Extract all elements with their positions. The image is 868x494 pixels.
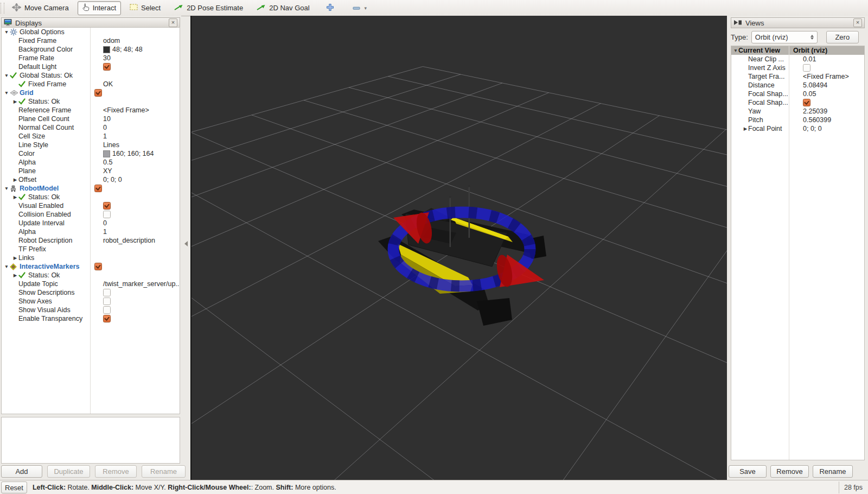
tree-row[interactable]: Target Fra...<Fixed Frame> [731,72,864,81]
twist-arrow-backward[interactable] [494,254,544,288]
checkbox[interactable] [94,185,102,192]
property-value[interactable]: 1 [100,227,180,236]
property-value[interactable]: 160; 160; 164 [100,149,180,158]
property-value[interactable]: 0; 0; 0 [100,175,180,184]
checkbox[interactable] [103,297,111,305]
tree-row[interactable]: Plane Cell Count10 [2,115,180,123]
rename-view-button[interactable]: Rename [813,465,853,478]
property-value[interactable]: 48; 48; 48 [100,45,180,54]
property-value[interactable]: 0 [100,123,180,132]
property-value[interactable] [100,210,180,219]
property-value[interactable] [100,193,180,201]
rename-display-button[interactable]: Rename [142,465,186,478]
tree-row[interactable]: ▼Grid [2,88,180,97]
property-value[interactable]: 0.05 [800,90,864,98]
property-value[interactable] [100,271,180,280]
tool-select[interactable]: Select [125,2,165,14]
tree-row[interactable]: Alpha0.5 [2,158,180,167]
property-value[interactable] [100,314,180,323]
tree-row[interactable]: Background Color48; 48; 48 [2,45,180,54]
remove-display-button[interactable]: Remove [95,465,137,478]
tree-row[interactable]: Focal Shap...0.05 [731,90,864,98]
tool-interact[interactable]: Interact [78,1,121,15]
tree-row[interactable]: TF Prefix [2,245,180,254]
toolbar-drag-handle[interactable] [1,3,4,14]
tree-row[interactable]: Enable Transparency [2,314,180,323]
property-value[interactable] [92,184,180,193]
property-value[interactable] [100,297,180,306]
tree-row[interactable]: PlaneXY [2,167,180,175]
property-value[interactable]: 0.5 [100,158,180,167]
property-value[interactable]: odom [100,36,180,45]
tree-row[interactable]: ▼Global Options [2,28,180,36]
property-value[interactable]: XY [100,167,180,175]
property-value[interactable] [92,71,180,80]
expander-right-icon[interactable]: ▶ [12,193,18,201]
property-value[interactable] [100,97,180,106]
tree-row[interactable]: Update Topic/twist_marker_server/up... [2,280,180,288]
close-icon[interactable]: × [853,18,862,27]
expander-right-icon[interactable]: ▶ [12,254,18,262]
tree-row[interactable]: ▼Current ViewOrbit (rviz) [731,46,864,55]
duplicate-display-button[interactable]: Duplicate [47,465,90,478]
zero-button[interactable]: Zero [826,31,859,43]
tree-row[interactable]: ▶Status: Ok [2,271,180,280]
expander-down-icon[interactable]: ▼ [3,88,10,97]
tree-row[interactable]: ▶Links [2,254,180,262]
property-value[interactable]: 10 [100,115,180,123]
tree-row[interactable]: Focal Shap... [731,98,864,107]
tree-row[interactable]: ▼InteractiveMarkers [2,262,180,271]
expander-right-icon[interactable]: ▶ [12,97,18,106]
property-value[interactable]: 0.01 [800,55,864,64]
tree-row[interactable]: Pitch0.560399 [731,116,864,124]
property-value[interactable] [800,64,864,72]
property-value[interactable] [92,88,180,97]
expander-down-icon[interactable]: ▼ [733,46,738,55]
add-tool-button[interactable] [322,2,339,15]
property-value[interactable] [100,306,180,314]
checkbox[interactable] [803,99,810,106]
checkbox[interactable] [94,89,102,97]
property-value[interactable]: Lines [100,141,180,149]
remove-tool-button[interactable]: ▾ [348,2,372,14]
tree-row[interactable]: Show Visual Aids [2,306,180,314]
property-value[interactable]: OK [100,80,180,88]
expander-down-icon[interactable]: ▼ [3,262,10,271]
tree-row[interactable]: Robot Descriptionrobot_description [2,236,180,245]
property-value[interactable]: <Fixed Frame> [100,106,180,115]
tree-row[interactable]: Visual Enabled [2,201,180,210]
expander-right-icon[interactable]: ▶ [12,175,18,184]
property-value[interactable] [100,254,180,262]
tool-move-camera[interactable]: Move Camera [8,2,73,15]
property-value[interactable]: 0.560399 [800,116,864,124]
property-value[interactable]: robot_description [100,236,180,245]
expander-down-icon[interactable]: ▼ [3,28,10,36]
tree-row[interactable]: ▶Status: Ok [2,193,180,201]
property-value[interactable]: 2.25039 [800,107,864,116]
tree-row[interactable]: Fixed FrameOK [2,80,180,88]
property-value[interactable] [100,288,180,297]
property-value[interactable]: 1 [100,132,180,141]
expander-down-icon[interactable]: ▼ [3,71,10,80]
tree-row[interactable]: ▼RobotModel [2,184,180,193]
close-icon[interactable]: × [169,18,177,27]
tree-row[interactable]: ▼Global Status: Ok [2,71,180,80]
tree-row[interactable]: Invert Z Axis [731,64,864,72]
tree-row[interactable]: Normal Cell Count0 [2,123,180,132]
tool-2d-nav-goal[interactable]: 2D Nav Goal [252,2,314,14]
tree-row[interactable]: Near Clip ...0.01 [731,55,864,64]
tree-row[interactable]: Update Interval0 [2,219,180,227]
tree-row[interactable]: Reference Frame<Fixed Frame> [2,106,180,115]
expander-right-icon[interactable]: ▶ [743,124,748,133]
save-view-button[interactable]: Save [729,465,767,478]
expander-down-icon[interactable]: ▼ [3,184,10,193]
property-value[interactable]: 0 [100,219,180,227]
reset-button[interactable]: Reset [1,482,27,493]
checkbox[interactable] [103,211,111,218]
checkbox[interactable] [103,306,111,314]
expander-right-icon[interactable]: ▶ [12,271,18,280]
tree-row[interactable]: Alpha1 [2,227,180,236]
tree-row[interactable]: Distance5.08494 [731,81,864,90]
property-value[interactable]: <Fixed Frame> [800,72,864,81]
tree-row[interactable]: Default Light [2,62,180,71]
